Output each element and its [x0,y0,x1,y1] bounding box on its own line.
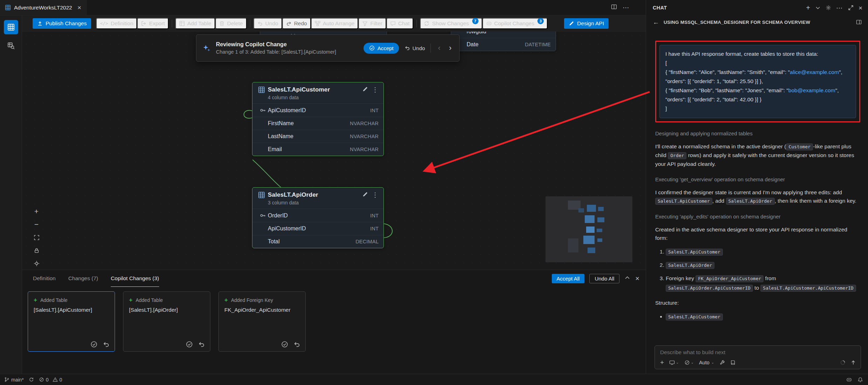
instructions-icon[interactable] [730,360,736,365]
tab-adventureworks[interactable]: AdventureWorksLT2022 × [0,0,87,15]
column-row-firstname[interactable]: FirstNameNVARCHAR [252,117,384,130]
expand-chat-icon[interactable] [848,5,854,11]
column-row-apicustomerid[interactable]: ApiCustomerIDINT [252,104,384,117]
center-view-icon[interactable] [31,258,42,269]
sync-changes-icon[interactable] [29,377,34,382]
table-menu-icon[interactable]: ⋮ [371,86,379,94]
send-message-icon[interactable] [850,360,856,365]
chat-paragraph: I'll create a normalized schema in the a… [655,142,860,168]
accept-all-button[interactable]: Accept All [552,274,585,283]
chat-history-chevron-icon[interactable] [815,5,821,11]
keep-change-icon[interactable] [281,341,288,348]
accept-change-button[interactable]: Accept [364,43,399,54]
table-node-apicustomer[interactable]: SalesLT.ApiCustomer ⋮ 4 column data ApiC… [252,82,384,156]
table-node-apiorder[interactable]: SalesLT.ApiOrder ⋮ 3 column data OrderID… [252,187,384,248]
mode-dropdown[interactable]: Auto ⌄ [699,360,714,365]
git-branch-indicator[interactable]: main* [4,377,24,383]
tools-icon[interactable] [719,360,725,365]
editor-more-actions-icon[interactable]: ⋯ [623,4,630,12]
zoom-in-icon[interactable]: + [31,206,42,217]
panel-tab-definition[interactable]: Definition [33,270,56,287]
canvas-minimap[interactable] [545,196,632,262]
column-name: Total [268,238,280,245]
add-table-button[interactable]: Add Table [175,18,215,29]
column-name: ApiCustomerID [268,107,306,114]
copilot-change-card[interactable]: +Added Table[SalesLT].[ApiOrder] [123,291,210,352]
partial-table-node[interactable]: rowguidDateDATETIME [451,32,556,51]
chat-button[interactable]: Chat [386,18,414,29]
notifications-bell-icon[interactable] [857,377,863,383]
open-session-in-editor-icon[interactable] [856,19,862,25]
design-api-button[interactable]: Design API [564,18,609,29]
panel-collapse-icon[interactable] [624,275,630,282]
delete-button[interactable]: Delete [215,18,247,29]
copilot-changes-button[interactable]: Copilot Changes 3 [482,18,548,29]
table-menu-icon[interactable]: ⋮ [371,191,379,199]
next-change-icon[interactable]: › [448,44,453,52]
column-row-total[interactable]: TotalDECIMAL [252,235,384,248]
copilot-changes-badge: 3 [537,18,544,24]
undo-change-icon[interactable] [293,341,300,348]
problems-indicator[interactable]: 0 0 [39,377,62,383]
chat-panel: CHAT + ⋯ × ← USING MSSQL_SCHEMA_DESIGNER… [646,0,868,374]
panel-close-icon[interactable]: × [635,275,639,282]
edit-table-icon[interactable] [362,86,368,94]
column-row-apicustomerid[interactable]: ApiCustomerIDINT [252,222,384,235]
filter-button[interactable]: Filter [358,18,386,29]
copilot-status-icon[interactable] [846,377,852,383]
edit-table-icon[interactable] [362,191,368,199]
tab-close-icon[interactable]: × [77,4,81,11]
previous-change-icon[interactable]: ‹ [436,44,442,52]
email-link[interactable]: alice@example.com [790,69,839,75]
publish-changes-button[interactable]: Publish Changes [33,18,91,29]
schema-search-button[interactable] [4,39,18,53]
chat-settings-gear-icon[interactable] [826,5,831,11]
export-button[interactable]: Export [137,18,169,29]
undo-icon [405,45,410,51]
model-picker-icon[interactable]: ⌄ [684,360,694,365]
redo-button[interactable]: Redo [282,18,311,29]
chat-input[interactable] [660,349,856,356]
show-changes-button[interactable]: Show Changes 7 [420,18,482,29]
zoom-out-icon[interactable]: − [31,219,42,230]
split-editor-icon[interactable] [611,4,617,11]
lock-canvas-icon[interactable] [31,245,42,256]
copilot-change-card[interactable]: +Added Foreign KeyFK_ApiOrder_ApiCustome… [218,291,306,352]
close-chat-icon[interactable]: × [859,5,862,11]
panel-tab-copilot-changes-3[interactable]: Copilot Changes (3) [111,270,159,287]
schema-designer-view-button[interactable] [4,20,18,34]
undo-all-button[interactable]: Undo All [589,274,619,283]
undo-change-icon[interactable] [198,341,205,348]
undo-button[interactable]: Undo [253,18,282,29]
panel-tab-changes-7[interactable]: Changes (7) [68,270,98,287]
status-bar: main* 0 0 [0,374,868,385]
column-type: NVARCHAR [350,121,379,126]
code-icon: </> [100,21,108,26]
copilot-change-card[interactable]: +Added Table[SalesLT].[ApiCustomer] [28,291,115,352]
chat-back-icon[interactable]: ← [653,19,659,26]
email-link[interactable]: bob@example.com [788,87,835,93]
ordered-list: SalesLT.ApiCustomerSalesLT.ApiOrderForei… [655,247,860,293]
copilot-review-banner: Reviewing Copilot Change Change 1 of 3: … [196,34,460,62]
schema-canvas[interactable]: rowguidUNIQUEIDENTIFIER rowguidDateDATET… [22,32,646,270]
fit-view-icon[interactable] [31,232,42,243]
attach-screen-icon[interactable]: ⌄ [669,360,679,365]
definition-button[interactable]: </> Definition [96,18,137,29]
chat-paragraph: Structure: [655,299,860,307]
added-icon: + [224,297,228,303]
column-row-orderid[interactable]: OrderIDINT [252,209,384,222]
column-row-lastname[interactable]: LastNameNVARCHAR [252,130,384,143]
chat-more-actions-icon[interactable]: ⋯ [836,4,843,12]
chat-input-box[interactable]: + ⌄ ⌄ Auto ⌄ [655,345,861,369]
keep-change-icon[interactable] [186,341,193,348]
partial-table-rows: rowguidDateDATETIME [451,32,556,51]
new-chat-icon[interactable]: + [806,4,810,11]
copilot-change-cards: +Added Table[SalesLT].[ApiCustomer]+Adde… [22,287,646,352]
keep-change-icon[interactable] [90,341,97,348]
undo-change-icon[interactable] [103,341,110,348]
auto-arrange-button[interactable]: Auto Arrange [311,18,358,29]
inline-code: SalesLT.ApiOrder [726,198,775,205]
add-context-icon[interactable]: + [660,359,664,366]
undo-change-button[interactable]: Undo [405,45,425,51]
column-row-email[interactable]: EmailNVARCHAR [252,143,384,156]
